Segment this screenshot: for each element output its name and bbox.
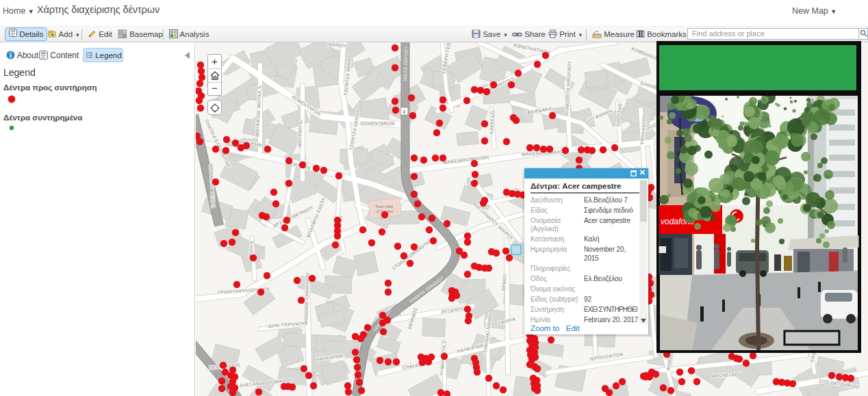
svg-text:4: 4 xyxy=(403,109,405,115)
svg-text:Town Hall: Town Hall xyxy=(375,204,393,209)
svg-text:KOVENTARON: KOVENTARON xyxy=(361,121,395,126)
svg-text:ΜΟΥΡΑΤΙ G.: ΜΟΥΡΑΤΙ G. xyxy=(297,119,303,148)
